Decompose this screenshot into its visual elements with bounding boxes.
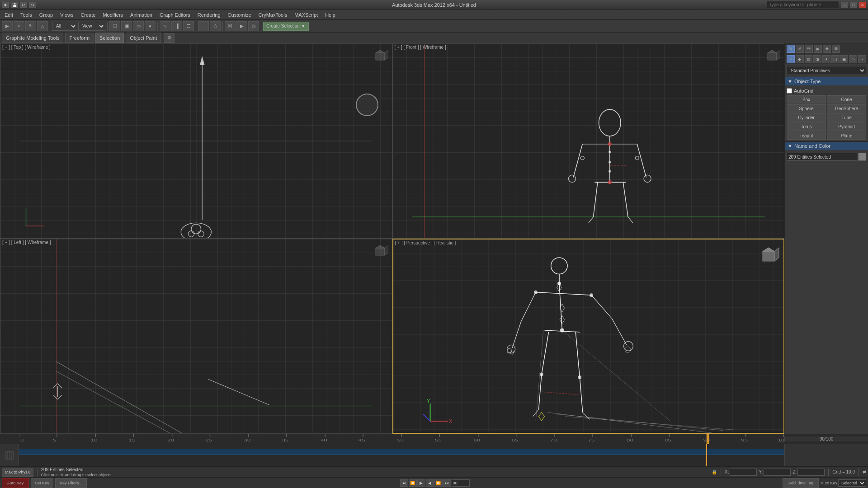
goto-start-button[interactable]: ⏮ <box>400 479 408 487</box>
panel-color-icon-8[interactable]: ▷ <box>849 55 857 63</box>
goto-end-button[interactable]: ⏭ <box>443 479 451 487</box>
viewport-perspective-cube[interactable] <box>757 243 780 266</box>
panel-color-icon-6[interactable]: ▢ <box>831 55 840 63</box>
viewport-front-nav-cube[interactable] <box>764 47 780 64</box>
obj-btn-cone[interactable]: Cone <box>827 95 866 103</box>
obj-btn-torus[interactable]: Torus <box>787 122 826 131</box>
viewport-top[interactable]: [ + ] [ Top ] [ Wireframe ] <box>0 43 392 239</box>
menu-modifiers[interactable]: Modifiers <box>99 10 127 19</box>
modify-panel-icon[interactable]: ☭ <box>796 45 804 53</box>
close-button[interactable]: ✕ <box>859 2 866 8</box>
name-input-field[interactable] <box>787 153 857 161</box>
tb-move[interactable]: ⌖ <box>14 21 24 31</box>
timeline-main-track[interactable] <box>19 444 784 466</box>
tb-schematic-view[interactable]: ♺ <box>210 21 221 31</box>
object-type-header[interactable]: ▼ Object Type <box>785 77 868 85</box>
panel-color-icon-4[interactable]: ◑ <box>813 55 821 63</box>
tb-render-frame[interactable]: ◎ <box>248 21 259 31</box>
viewport-perspective[interactable]: [ + ] [ Perspective ] [ Realistic ] X Y <box>392 239 785 434</box>
tb-layer-mgr[interactable]: ☴ <box>183 21 194 31</box>
graphite-modeling-tools-tab[interactable]: Graphite Modeling Tools <box>2 33 63 43</box>
timeline-current-frame-marker[interactable] <box>706 444 707 466</box>
menu-crymaxtools[interactable]: CryMaxTools <box>255 10 291 19</box>
quick-access-undo[interactable]: ↩ <box>20 2 27 8</box>
maximize-button[interactable]: □ <box>850 2 857 8</box>
viewport-front[interactable]: [ + ] [ Front ] [ Wireframe ] <box>392 43 785 239</box>
quick-access-save[interactable]: 💾 <box>11 2 18 8</box>
name-and-color-header[interactable]: ▼ Name and Color <box>785 142 868 150</box>
tb-material-editor[interactable]: M <box>225 21 236 31</box>
play-button[interactable]: ▶ <box>417 479 425 487</box>
obj-btn-teapot[interactable]: Teapot <box>787 131 826 140</box>
panel-color-icon-9[interactable]: ▪ <box>858 55 866 63</box>
x-coord-input[interactable] <box>730 469 757 476</box>
utilities-panel-icon[interactable]: ⚒ <box>832 45 840 53</box>
menu-views[interactable]: Views <box>57 10 77 19</box>
autogrid-checkbox[interactable] <box>787 88 792 94</box>
key-filters-button[interactable]: Key Filters... <box>55 478 87 488</box>
selection-tab[interactable]: Selection <box>95 33 124 43</box>
menu-tools[interactable]: Tools <box>17 10 36 19</box>
obj-btn-sphere[interactable]: Sphere <box>787 104 826 113</box>
hierarchy-panel-icon[interactable]: ☷ <box>805 45 813 53</box>
panel-color-icon-2[interactable]: ◆ <box>796 55 804 63</box>
tb-align[interactable]: ▐ <box>171 21 182 31</box>
std-primitives-select[interactable]: Standard Primitives Extended Primitives … <box>787 66 866 75</box>
set-key-button[interactable]: Set Key <box>31 478 53 488</box>
add-time-tag-button[interactable]: Add Time Tag <box>783 478 819 488</box>
prev-frame-button[interactable]: ⏪ <box>409 479 417 487</box>
tb-render-scene[interactable]: ▶ <box>236 21 247 31</box>
app-icon[interactable]: ■ <box>2 2 9 8</box>
viewport-left[interactable]: [ + ] [ Left ] [ Wireframe ] <box>0 239 392 434</box>
display-panel-icon[interactable]: 👁 <box>823 45 831 53</box>
menu-animation[interactable]: Animation <box>127 10 156 19</box>
menu-graph-editors[interactable]: Graph Editors <box>156 10 194 19</box>
create-selection-button[interactable]: Create Selection ▼ <box>263 22 309 31</box>
menu-create[interactable]: Create <box>77 10 99 19</box>
play-reverse-button[interactable]: ◀ <box>426 479 434 487</box>
tb-select-filter[interactable]: ☐ <box>109 21 120 31</box>
global-search[interactable] <box>767 1 839 9</box>
tb-settings[interactable]: ⚙ <box>164 33 175 43</box>
tb-paint-sel[interactable]: ● <box>145 21 156 31</box>
menu-customize[interactable]: Customize <box>224 10 255 19</box>
z-coord-input[interactable] <box>797 469 825 476</box>
current-frame-input[interactable] <box>452 479 470 487</box>
reference-coord-select[interactable]: AllViewWorld <box>52 22 77 31</box>
max-to-physx-button[interactable]: Max to PhysX <box>2 468 33 477</box>
tb-select[interactable]: ▶ <box>2 21 13 31</box>
create-panel-icon[interactable]: ✎ <box>787 45 795 53</box>
panel-color-icon-7[interactable]: ▣ <box>840 55 849 63</box>
menu-help[interactable]: Help <box>321 10 339 19</box>
next-frame-button[interactable]: ⏩ <box>434 479 443 487</box>
tb-select-region[interactable]: ▣ <box>121 21 132 31</box>
panel-color-icon-1[interactable]: ○ <box>787 55 795 63</box>
menu-group[interactable]: Group <box>36 10 57 19</box>
tb-mirror[interactable]: ⤡ <box>160 21 170 31</box>
object-paint-tab[interactable]: Object Paint <box>126 33 161 43</box>
menu-rendering[interactable]: Rendering <box>194 10 224 19</box>
panel-color-icon-3[interactable]: ▤ <box>805 55 813 63</box>
obj-btn-tube[interactable]: Tube <box>827 113 866 122</box>
freeform-tab[interactable]: Freeform <box>65 33 94 43</box>
viewport-nav-cube[interactable] <box>372 47 388 64</box>
motion-panel-icon[interactable]: ▶ <box>814 45 822 53</box>
y-coord-input[interactable] <box>764 469 791 476</box>
obj-btn-cylinder[interactable]: Cylinder <box>787 113 826 122</box>
tb-scale[interactable]: △ <box>37 21 48 31</box>
color-swatch[interactable] <box>858 153 866 161</box>
obj-btn-geosphere[interactable]: GeoSphere <box>827 104 866 113</box>
menu-maxscript[interactable]: MAXScript <box>291 10 321 19</box>
tb-window-crossing[interactable]: ▭ <box>133 21 144 31</box>
panel-color-icon-5[interactable]: ★ <box>822 55 830 63</box>
obj-btn-pyramid[interactable]: Pyramid <box>827 122 866 131</box>
selected-dropdown[interactable]: Selected <box>838 479 866 487</box>
obj-btn-plane[interactable]: Plane <box>827 131 866 140</box>
quick-access-redo[interactable]: ↪ <box>29 2 36 8</box>
viewport-left-nav-cube[interactable] <box>372 243 388 259</box>
obj-btn-box[interactable]: Box <box>787 95 826 103</box>
tb-rotate[interactable]: ↻ <box>25 21 36 31</box>
auto-key-button[interactable]: Auto Key <box>2 478 29 488</box>
view-select[interactable]: View <box>78 22 105 31</box>
tb-curve-editor[interactable]: ~ <box>198 21 209 31</box>
